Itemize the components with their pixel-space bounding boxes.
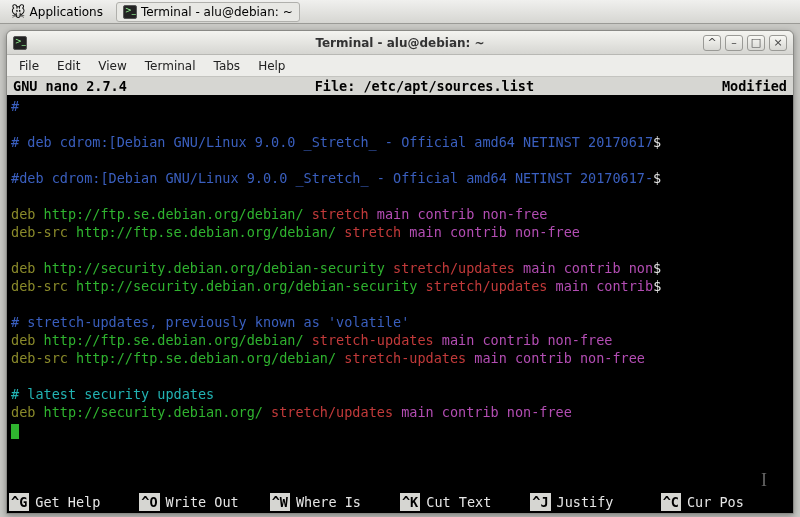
shortcut-key: ^W [270,493,290,511]
shortcut-label: Justify [557,493,614,511]
desktop-panel: 🐭 Applications Terminal - alu@debian: ~ [0,0,800,24]
window-aux-button[interactable]: ^ [703,35,721,51]
editor-line[interactable]: # deb cdrom:[Debian GNU/Linux 9.0.0 _Str… [11,133,789,151]
nano-file-label: File: /etc/apt/sources.list [127,77,722,95]
terminal-viewport[interactable]: GNU nano 2.7.4 File: /etc/apt/sources.li… [7,77,793,513]
nano-shortcut-bar: ^G Get Help ^O Write Out ^W Where Is ^K … [7,493,793,513]
applications-label: Applications [30,5,103,19]
editor-line[interactable]: # stretch-updates, previously known as '… [11,313,789,331]
menu-view[interactable]: View [90,57,134,75]
applications-icon: 🐭 [11,4,26,20]
editor-line[interactable] [11,151,789,169]
nano-status: Modified [722,77,787,95]
terminal-icon [123,5,137,19]
nano-titlebar: GNU nano 2.7.4 File: /etc/apt/sources.li… [7,77,793,95]
editor-line[interactable]: deb http://ftp.se.debian.org/debian/ str… [11,331,789,349]
editor-line[interactable]: # [11,97,789,115]
editor-line[interactable]: deb http://security.debian.org/debian-se… [11,259,789,277]
shortcut-label: Cut Text [426,493,491,511]
editor-line[interactable]: deb-src http://ftp.se.debian.org/debian/… [11,349,789,367]
editor-line[interactable] [11,115,789,133]
shortcut-key: ^G [9,493,29,511]
shortcut-justify[interactable]: ^J Justify [530,493,660,511]
taskbar-item-label: Terminal - alu@debian: ~ [141,5,293,19]
nano-editor-content[interactable]: # # deb cdrom:[Debian GNU/Linux 9.0.0 _S… [7,95,793,439]
editor-line[interactable]: # latest security updates [11,385,789,403]
editor-line[interactable] [11,295,789,313]
menu-help[interactable]: Help [250,57,293,75]
editor-line[interactable] [11,367,789,385]
shortcut-label: Write Out [166,493,239,511]
shortcut-key: ^J [530,493,550,511]
menu-terminal[interactable]: Terminal [137,57,204,75]
editor-line[interactable]: deb-src http://security.debian.org/debia… [11,277,789,295]
window-titlebar[interactable]: Terminal - alu@debian: ~ ^ – □ × [7,31,793,55]
menu-edit[interactable]: Edit [49,57,88,75]
applications-menu-button[interactable]: 🐭 Applications [4,1,110,23]
shortcut-key: ^C [661,493,681,511]
window-maximize-button[interactable]: □ [747,35,765,51]
shortcut-cur-pos[interactable]: ^C Cur Pos [661,493,791,511]
editor-line[interactable] [11,187,789,205]
shortcut-label: Where Is [296,493,361,511]
shortcut-write-out[interactable]: ^O Write Out [139,493,269,511]
editor-line[interactable]: #deb cdrom:[Debian GNU/Linux 9.0.0 _Stre… [11,169,789,187]
nano-version: GNU nano 2.7.4 [13,77,127,95]
menu-file[interactable]: File [11,57,47,75]
terminal-window: Terminal - alu@debian: ~ ^ – □ × File Ed… [6,30,794,514]
mouse-text-cursor: I [761,471,767,489]
shortcut-key: ^K [400,493,420,511]
menu-tabs[interactable]: Tabs [206,57,249,75]
shortcut-where-is[interactable]: ^W Where Is [270,493,400,511]
window-controls: ^ – □ × [703,35,787,51]
taskbar-item-terminal[interactable]: Terminal - alu@debian: ~ [116,2,300,22]
editor-line[interactable]: deb-src http://ftp.se.debian.org/debian/… [11,223,789,241]
shortcut-cut-text[interactable]: ^K Cut Text [400,493,530,511]
text-cursor [11,424,19,439]
editor-line[interactable] [11,241,789,259]
window-minimize-button[interactable]: – [725,35,743,51]
editor-line[interactable]: deb http://security.debian.org/ stretch/… [11,403,789,421]
window-title: Terminal - alu@debian: ~ [7,36,793,50]
shortcut-key: ^O [139,493,159,511]
editor-cursor-line[interactable] [11,421,789,439]
shortcut-label: Cur Pos [687,493,744,511]
shortcut-label: Get Help [35,493,100,511]
window-close-button[interactable]: × [769,35,787,51]
terminal-icon [13,36,27,50]
shortcut-get-help[interactable]: ^G Get Help [9,493,139,511]
menubar: File Edit View Terminal Tabs Help [7,55,793,77]
editor-line[interactable]: deb http://ftp.se.debian.org/debian/ str… [11,205,789,223]
